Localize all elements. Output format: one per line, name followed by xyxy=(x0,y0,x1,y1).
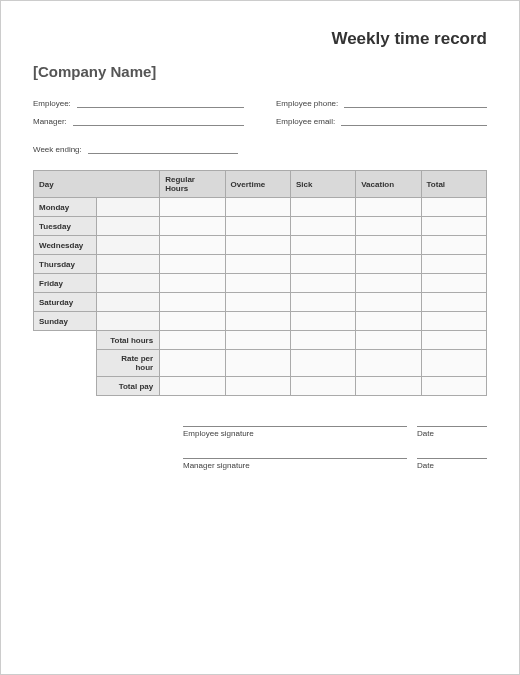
summary-cell[interactable] xyxy=(290,331,355,350)
email-field[interactable] xyxy=(341,116,487,126)
manager-sig-date-line[interactable]: Date xyxy=(417,458,487,470)
table-row: Tuesday xyxy=(34,217,487,236)
hours-cell[interactable] xyxy=(290,293,355,312)
page-title: Weekly time record xyxy=(33,29,487,49)
table-row: Monday xyxy=(34,198,487,217)
hours-cell[interactable] xyxy=(421,312,486,331)
summary-cell[interactable] xyxy=(160,331,225,350)
employee-signature-line[interactable]: Employee signature xyxy=(183,426,407,438)
th-regular: Regular Hours xyxy=(160,171,225,198)
th-overtime: Overtime xyxy=(225,171,290,198)
date-cell[interactable] xyxy=(97,274,160,293)
email-label: Employee email: xyxy=(276,117,335,126)
spacer xyxy=(34,331,97,350)
manager-label: Manager: xyxy=(33,117,67,126)
hours-cell[interactable] xyxy=(356,198,421,217)
summary-cell[interactable] xyxy=(225,377,290,396)
time-record-page: Weekly time record [Company Name] Employ… xyxy=(0,0,520,675)
summary-cell[interactable] xyxy=(356,350,421,377)
date-cell[interactable] xyxy=(97,255,160,274)
summary-cell[interactable] xyxy=(356,331,421,350)
hours-cell[interactable] xyxy=(356,312,421,331)
hours-cell[interactable] xyxy=(421,236,486,255)
hours-cell[interactable] xyxy=(356,217,421,236)
hours-cell[interactable] xyxy=(290,236,355,255)
phone-label: Employee phone: xyxy=(276,99,338,108)
hours-cell[interactable] xyxy=(290,217,355,236)
spacer xyxy=(34,350,97,377)
hours-cell[interactable] xyxy=(290,312,355,331)
spacer xyxy=(34,377,97,396)
day-label: Saturday xyxy=(34,293,97,312)
date-cell[interactable] xyxy=(97,312,160,331)
summary-cell[interactable] xyxy=(160,377,225,396)
hours-cell[interactable] xyxy=(356,236,421,255)
manager-field[interactable] xyxy=(73,116,244,126)
hours-cell[interactable] xyxy=(421,274,486,293)
week-ending-label: Week ending: xyxy=(33,145,82,154)
hours-cell[interactable] xyxy=(290,274,355,293)
hours-cell[interactable] xyxy=(160,217,225,236)
hours-cell[interactable] xyxy=(421,198,486,217)
summary-cell[interactable] xyxy=(421,331,486,350)
summary-cell[interactable] xyxy=(225,350,290,377)
hours-cell[interactable] xyxy=(356,255,421,274)
employee-label: Employee: xyxy=(33,99,71,108)
manager-signature-label: Manager signature xyxy=(183,461,250,470)
hours-cell[interactable] xyxy=(225,293,290,312)
hours-cell[interactable] xyxy=(421,217,486,236)
table-row: Sunday xyxy=(34,312,487,331)
hours-cell[interactable] xyxy=(160,312,225,331)
hours-cell[interactable] xyxy=(160,255,225,274)
summary-cell[interactable] xyxy=(421,350,486,377)
date-cell[interactable] xyxy=(97,236,160,255)
summary-row: Rate per hour xyxy=(34,350,487,377)
hours-cell[interactable] xyxy=(225,217,290,236)
hours-cell[interactable] xyxy=(356,274,421,293)
summary-cell[interactable] xyxy=(225,331,290,350)
hours-cell[interactable] xyxy=(225,312,290,331)
manager-sig-date-label: Date xyxy=(417,461,434,470)
summary-label-total_pay: Total pay xyxy=(97,377,160,396)
table-row: Thursday xyxy=(34,255,487,274)
hours-cell[interactable] xyxy=(160,274,225,293)
hours-cell[interactable] xyxy=(290,255,355,274)
signatures-block: Employee signature Date Manager signatur… xyxy=(33,426,487,470)
date-cell[interactable] xyxy=(97,293,160,312)
summary-cell[interactable] xyxy=(160,350,225,377)
day-label: Tuesday xyxy=(34,217,97,236)
hours-cell[interactable] xyxy=(225,236,290,255)
day-label: Wednesday xyxy=(34,236,97,255)
day-label: Thursday xyxy=(34,255,97,274)
hours-cell[interactable] xyxy=(225,198,290,217)
th-day: Day xyxy=(34,171,160,198)
th-sick: Sick xyxy=(290,171,355,198)
summary-row: Total pay xyxy=(34,377,487,396)
date-cell[interactable] xyxy=(97,198,160,217)
date-cell[interactable] xyxy=(97,217,160,236)
hours-cell[interactable] xyxy=(225,274,290,293)
summary-cell[interactable] xyxy=(290,377,355,396)
day-label: Monday xyxy=(34,198,97,217)
hours-cell[interactable] xyxy=(160,293,225,312)
summary-cell[interactable] xyxy=(356,377,421,396)
summary-cell[interactable] xyxy=(290,350,355,377)
hours-cell[interactable] xyxy=(421,255,486,274)
phone-field[interactable] xyxy=(344,98,487,108)
summary-label-total_hours: Total hours xyxy=(97,331,160,350)
week-ending-field[interactable] xyxy=(88,144,238,154)
hours-cell[interactable] xyxy=(160,198,225,217)
manager-signature-line[interactable]: Manager signature xyxy=(183,458,407,470)
employee-field[interactable] xyxy=(77,98,244,108)
hours-cell[interactable] xyxy=(225,255,290,274)
company-name: [Company Name] xyxy=(33,63,487,80)
hours-cell[interactable] xyxy=(356,293,421,312)
time-table: Day Regular Hours Overtime Sick Vacation… xyxy=(33,170,487,396)
info-block: Employee: Manager: Employee phone: Emplo… xyxy=(33,94,487,130)
hours-cell[interactable] xyxy=(290,198,355,217)
hours-cell[interactable] xyxy=(160,236,225,255)
hours-cell[interactable] xyxy=(421,293,486,312)
employee-sig-date-line[interactable]: Date xyxy=(417,426,487,438)
th-total: Total xyxy=(421,171,486,198)
summary-cell[interactable] xyxy=(421,377,486,396)
